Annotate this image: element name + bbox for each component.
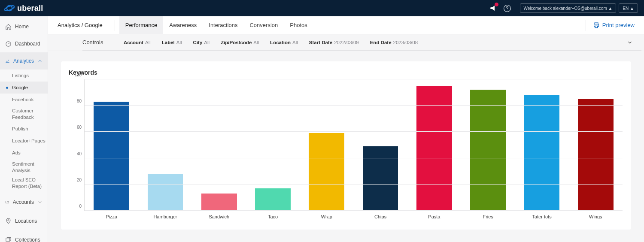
sidebar-sub-ads[interactable]: Ads [0, 147, 48, 159]
x-label: Pasta [428, 214, 440, 219]
x-label: Pizza [106, 214, 117, 219]
card-title: Keywords [69, 69, 623, 76]
bar[interactable] [578, 99, 614, 211]
bar-cell: Wings [569, 79, 623, 211]
gridline [85, 131, 623, 132]
y-tick: 0 [79, 204, 82, 209]
y-tick: 40 [77, 151, 82, 156]
bar-cell: Fries [461, 79, 515, 211]
sidebar-sub-sentiment[interactable]: Sentiment Analysis [0, 159, 48, 176]
filter-city[interactable]: CityAll [193, 40, 210, 45]
filter-location[interactable]: LocationAll [270, 40, 298, 45]
print-preview-button[interactable]: Print preview [586, 20, 635, 31]
content: Keywords 020406080100 PizzaHamburgerSand… [48, 51, 644, 242]
bar-cell: Hamburger [138, 79, 192, 211]
notification-badge [495, 3, 498, 6]
svg-point-3 [507, 9, 507, 10]
x-label: Taco [268, 214, 278, 219]
user-menu[interactable]: Welcome back alexander+OS@uberall.com ▲ [520, 3, 617, 13]
bar[interactable] [309, 133, 344, 211]
sidebar-label-dashboard: Dashboard [15, 41, 40, 47]
x-label: Wrap [321, 214, 332, 219]
controls-toggle[interactable] [627, 39, 633, 45]
filter-label[interactable]: LabelAll [162, 40, 182, 45]
bar[interactable] [255, 188, 291, 211]
sidebar-sub-publish[interactable]: Publish [0, 123, 48, 135]
sidebar-sub-listings[interactable]: Listings [0, 70, 48, 82]
sidebar-label-home: Home [15, 24, 29, 30]
sidebar-item-analytics[interactable]: Analytics [0, 52, 48, 70]
bar-cell: Wrap [300, 79, 353, 211]
breadcrumb: Analytics / Google [58, 22, 103, 28]
tab-performance[interactable]: Performance [119, 16, 163, 34]
x-label: Tater tots [532, 214, 551, 219]
sidebar-item-collections[interactable]: Collections [0, 231, 48, 242]
brand-logo[interactable]: uberall [4, 3, 43, 13]
bar[interactable] [524, 95, 560, 211]
chart-line-icon [5, 58, 10, 64]
bar-cell: Sandwich [192, 79, 246, 211]
keywords-card: Keywords 020406080100 PizzaHamburgerSand… [61, 61, 631, 230]
y-tick: 80 [77, 99, 82, 103]
sidebar-item-dashboard[interactable]: Dashboard [0, 35, 48, 52]
filter-end-date[interactable]: End Date2023/03/08 [370, 40, 418, 45]
gridline [85, 105, 623, 106]
chevron-up-icon [37, 58, 43, 64]
svg-point-1 [4, 5, 15, 12]
bar-cell: Tater tots [515, 79, 568, 211]
svg-rect-8 [595, 26, 597, 27]
controls-title: Controls [82, 39, 104, 45]
notifications-button[interactable] [489, 4, 497, 12]
controls-bar: Controls AccountAll LabelAll CityAll Zip… [48, 34, 644, 51]
plot-area: PizzaHamburgerSandwichTacoWrapChipsPasta… [84, 79, 623, 211]
sidebar-sub-local-seo[interactable]: Local SEO Report (Beta) [0, 176, 48, 192]
y-tick: 20 [77, 177, 82, 182]
bar-cell: Pizza [85, 79, 138, 211]
sidebar-item-locations[interactable]: Locations [0, 212, 48, 230]
gridline [85, 79, 623, 79]
svg-rect-6 [6, 238, 10, 242]
divider [115, 20, 115, 31]
tabbar: Analytics / Google Performance Awareness… [48, 16, 644, 34]
sidebar-item-home[interactable]: Home [0, 18, 48, 35]
chevron-down-icon [627, 39, 633, 45]
filter-start-date[interactable]: Start Date2022/03/09 [309, 40, 359, 45]
home-icon [5, 24, 12, 30]
sidebar-label-accounts: Accounts [13, 199, 34, 205]
help-button[interactable] [503, 4, 511, 12]
logo-planet-icon [4, 3, 15, 13]
sidebar-sub-customer-feedback[interactable]: Customer Feedback [0, 106, 48, 123]
printer-icon [593, 22, 600, 29]
bar[interactable] [470, 90, 506, 211]
y-tick: 100 [74, 73, 82, 77]
bar[interactable] [94, 102, 129, 211]
bar-cell: Taco [246, 79, 300, 211]
bar[interactable] [201, 194, 237, 211]
sidebar-sub-google[interactable]: Google [0, 82, 48, 94]
language-menu[interactable]: EN ▲ [619, 3, 638, 13]
sidebar: Home Dashboard Analytics Listings Google… [0, 16, 48, 242]
x-label: Wings [589, 214, 602, 219]
bars-container: PizzaHamburgerSandwichTacoWrapChipsPasta… [85, 79, 623, 211]
bar[interactable] [363, 146, 398, 211]
tab-photos[interactable]: Photos [284, 16, 313, 34]
bar-cell: Chips [353, 79, 407, 211]
gridline [85, 184, 623, 185]
welcome-text: Welcome back alexander+OS@uberall.com ▲ [524, 6, 613, 11]
keywords-chart: 020406080100 PizzaHamburgerSandwichTacoW… [69, 79, 623, 221]
filter-zip[interactable]: Zip/PostcodeAll [221, 40, 259, 45]
sidebar-item-accounts[interactable]: Accounts [0, 194, 48, 211]
language-label: EN ▲ [623, 6, 634, 11]
bar[interactable] [148, 174, 183, 211]
x-label: Hamburger [153, 214, 177, 219]
tab-awareness[interactable]: Awareness [163, 16, 203, 34]
help-icon [503, 4, 511, 12]
bar[interactable] [416, 86, 452, 211]
sidebar-sub-locator-pages[interactable]: Locator+Pages [0, 135, 48, 147]
pin-icon [5, 218, 12, 224]
tab-conversion[interactable]: Conversion [243, 16, 284, 34]
gridline [85, 210, 623, 211]
tab-interactions[interactable]: Interactions [203, 16, 243, 34]
sidebar-sub-facebook[interactable]: Facebook [0, 94, 48, 106]
filter-account[interactable]: AccountAll [124, 40, 151, 45]
